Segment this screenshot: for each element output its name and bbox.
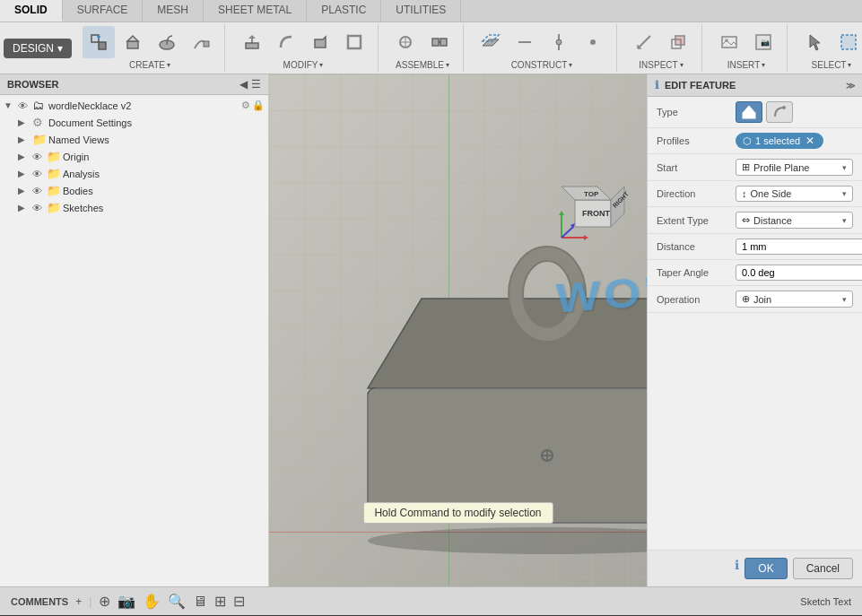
eye-icon-analysis[interactable]: 👁 [32, 169, 45, 179]
construct-label[interactable]: CONSTRUCT [511, 60, 573, 70]
construct-offset-plane-btn[interactable] [475, 26, 507, 58]
display-icon[interactable]: 🖥 [193, 594, 207, 610]
svg-marker-50 [584, 235, 588, 240]
bottom-separator: | [89, 595, 91, 608]
tab-surface[interactable]: SURFACE [63, 0, 144, 22]
modify-fillet-btn[interactable] [270, 26, 302, 58]
window-select-btn[interactable] [832, 26, 862, 58]
camera-icon[interactable]: 📷 [118, 593, 135, 610]
expand-arrow-bodies[interactable]: ▶ [18, 186, 30, 195]
browser-item-root[interactable]: ▼ 👁 🗂 wordleNecklace v2 ⚙ 🔒 [0, 97, 268, 114]
expand-arrow-origin[interactable]: ▶ [18, 152, 30, 161]
svg-marker-5 [127, 36, 138, 41]
eye-icon[interactable]: 👁 [18, 100, 30, 111]
create-revolve-btn[interactable] [151, 26, 183, 58]
expand-arrow-sketches[interactable]: ▶ [18, 203, 30, 213]
ok-button[interactable]: OK [744, 558, 787, 579]
type-revolve-btn[interactable] [766, 101, 793, 123]
browser-item-origin[interactable]: ▶ 👁 📁 Origin [0, 148, 268, 165]
browser-item-analysis[interactable]: ▶ 👁 📁 Analysis [0, 165, 268, 182]
construct-axis-btn[interactable] [543, 26, 575, 58]
assemble-joint-btn[interactable] [389, 26, 422, 58]
taper-angle-field-label: Taper Angle [657, 267, 728, 278]
select-btn[interactable] [798, 26, 831, 58]
browser-header: BROWSER ◀ ☰ [0, 74, 268, 95]
create-label[interactable]: CREATE [129, 60, 170, 70]
expand-arrow-named-views[interactable]: ▶ [18, 134, 30, 144]
select-label[interactable]: SELECT [812, 60, 852, 70]
assemble-rigid-btn[interactable] [423, 26, 456, 58]
browser-item-doc-settings[interactable]: ▶ ⚙ Document Settings [0, 114, 268, 131]
eye-icon-sketches[interactable]: 👁 [32, 203, 45, 213]
inspect-measure-btn[interactable] [628, 26, 660, 58]
gear-icon[interactable]: ⚙ [241, 100, 250, 111]
browser-item-sketches[interactable]: ▶ 👁 📁 Sketches [0, 199, 268, 216]
browser-item-bodies[interactable]: ▶ 👁 📁 Bodies [0, 182, 268, 199]
snap-icon[interactable]: ⊟ [233, 593, 245, 610]
insert-canvas-btn[interactable]: 📷 [747, 26, 779, 58]
tab-mesh[interactable]: MESH [143, 0, 204, 22]
profiles-clear-btn[interactable]: ✕ [804, 134, 816, 147]
insert-image-btn[interactable] [713, 26, 745, 58]
info-icon[interactable]: ℹ [735, 558, 739, 579]
modify-shell-btn[interactable] [338, 26, 370, 58]
comments-label: COMMENTS [11, 596, 68, 607]
comments-expand-btn[interactable]: + [75, 595, 82, 608]
eye-icon-origin[interactable]: 👁 [32, 152, 45, 162]
modify-label[interactable]: MODIFY [283, 60, 324, 70]
svg-marker-34 [368, 299, 647, 388]
inspect-interference-btn[interactable] [662, 26, 694, 58]
operation-value: Join [753, 294, 842, 305]
taper-angle-input[interactable] [736, 265, 862, 281]
eye-icon-bodies[interactable]: 👁 [32, 186, 45, 196]
extent-type-dropdown[interactable]: ⇔ Distance ▾ [736, 212, 853, 229]
type-extrude-btn[interactable] [736, 101, 762, 123]
design-button[interactable]: DESIGN ▾ [4, 39, 72, 58]
distance-input[interactable] [736, 239, 862, 255]
expand-arrow-doc[interactable]: ▶ [18, 117, 30, 127]
direction-dropdown[interactable]: ↕ One Side ▾ [736, 186, 853, 202]
expand-arrow-analysis[interactable]: ▶ [18, 169, 30, 178]
tab-solid[interactable]: SOLID [0, 0, 63, 22]
modify-chamfer-btn[interactable] [304, 26, 336, 58]
operation-row: Operation ⊕ Join ▾ [648, 286, 862, 313]
tab-utilities[interactable]: UTILITIES [381, 0, 461, 22]
wordle-text-overlay: WORDLE [555, 259, 647, 323]
tab-sheet-metal[interactable]: SHEET METAL [204, 0, 307, 22]
profiles-field-label: Profiles [657, 135, 728, 146]
lock-icon: 🔒 [252, 100, 265, 111]
start-dropdown[interactable]: ⊞ Profile Plane ▾ [736, 159, 853, 176]
browser-menu-btn[interactable]: ☰ [251, 78, 261, 91]
svg-marker-52 [559, 211, 564, 215]
grid-icon[interactable]: ⊞ [214, 593, 226, 610]
start-value: Profile Plane [753, 162, 842, 173]
create-extrude-btn[interactable] [117, 26, 149, 58]
orientation-cube[interactable]: FRONT TOP RIGHT [557, 173, 629, 245]
tab-plastic[interactable]: PLASTIC [307, 0, 381, 22]
cancel-button[interactable]: Cancel [793, 558, 853, 579]
pan-icon[interactable]: ✋ [143, 593, 161, 610]
construct-midplane-btn[interactable] [509, 26, 541, 58]
svg-text:TOP: TOP [584, 190, 599, 198]
assemble-label[interactable]: ASSEMBLE [396, 60, 449, 70]
zoom-icon[interactable]: 🔍 [168, 593, 186, 610]
navigate-icon[interactable]: ⊕ [99, 593, 110, 610]
3d-viewport[interactable]: WORDLE ⬆ 1 mm ⋮ FRONT TOP RIGHT [269, 74, 647, 586]
extent-type-value: Distance [753, 215, 842, 226]
insert-label[interactable]: INSERT [727, 60, 766, 70]
construct-point-btn[interactable] [577, 26, 609, 58]
create-sweep-btn[interactable] [185, 26, 217, 58]
browser-item-named-views[interactable]: ▶ 📁 Named Views [0, 131, 268, 148]
start-field-label: Start [657, 162, 728, 173]
modify-press-pull-btn[interactable] [236, 26, 268, 58]
start-row: Start ⊞ Profile Plane ▾ [648, 154, 862, 181]
browser-collapse-btn[interactable]: ◀ [239, 78, 248, 91]
inspect-label[interactable]: INSPECT [639, 60, 683, 70]
type-field-label: Type [657, 107, 728, 117]
create-new-body-btn[interactable] [83, 26, 115, 58]
operation-dropdown[interactable]: ⊕ Join ▾ [736, 291, 853, 308]
panel-expand-btn[interactable]: ≫ [846, 81, 855, 91]
expand-arrow[interactable]: ▼ [4, 100, 16, 110]
construct-section: CONSTRUCT [467, 24, 617, 72]
profiles-selected-pill[interactable]: ⬡ 1 selected ✕ [736, 133, 823, 149]
